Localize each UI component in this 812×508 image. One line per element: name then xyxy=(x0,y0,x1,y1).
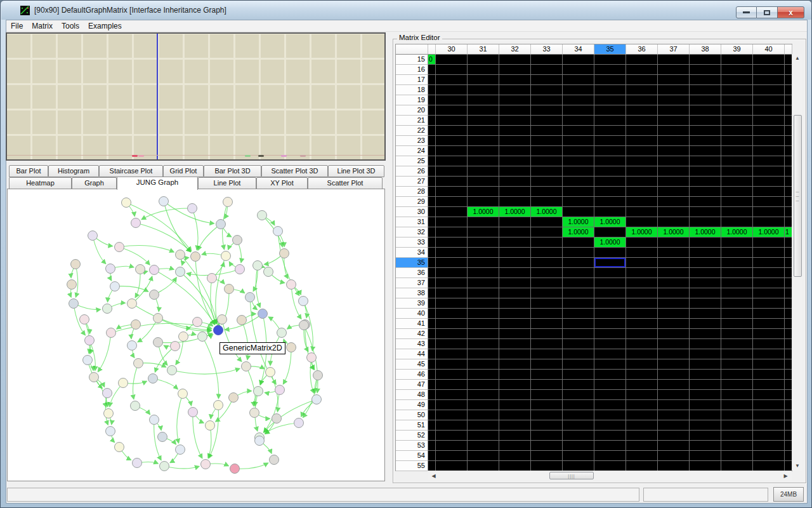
row-header-54[interactable]: 54 xyxy=(396,451,428,461)
matrix-cell[interactable] xyxy=(594,359,626,370)
tab-staircase-plot[interactable]: Staircase Plot xyxy=(99,165,163,177)
matrix-cell[interactable] xyxy=(721,187,753,197)
tab-jung-graph[interactable]: JUNG Graph xyxy=(117,177,198,190)
matrix-cell[interactable] xyxy=(690,248,721,258)
matrix-cell[interactable] xyxy=(468,237,499,248)
graph-node[interactable] xyxy=(188,408,198,417)
graph-node[interactable] xyxy=(128,299,137,309)
tab-bar-plot[interactable]: Bar Plot xyxy=(9,165,48,177)
matrix-cell[interactable] xyxy=(563,237,594,248)
graph-node[interactable] xyxy=(85,336,95,345)
matrix-cell[interactable] xyxy=(690,146,721,156)
matrix-cell-partial[interactable] xyxy=(428,136,436,146)
matrix-cell[interactable] xyxy=(531,116,563,126)
scroll-up-arrow[interactable]: ▲ xyxy=(792,56,802,61)
matrix-cell[interactable] xyxy=(658,166,690,177)
matrix-cell[interactable] xyxy=(594,319,626,329)
matrix-cell[interactable] xyxy=(436,370,468,380)
matrix-cell[interactable] xyxy=(626,278,658,288)
matrix-cell[interactable] xyxy=(626,298,658,309)
matrix-cell[interactable]: 1.0000 xyxy=(721,227,753,237)
matrix-cell[interactable] xyxy=(436,329,468,339)
matrix-cell[interactable] xyxy=(531,227,563,237)
graph-node[interactable] xyxy=(287,280,296,290)
graph-node[interactable] xyxy=(159,197,169,206)
graph-node[interactable] xyxy=(67,280,77,290)
matrix-cell[interactable] xyxy=(499,116,531,126)
tab-histogram[interactable]: Histogram xyxy=(48,165,99,177)
matrix-cell[interactable] xyxy=(563,319,594,329)
graph-node[interactable] xyxy=(198,332,207,342)
matrix-cell[interactable] xyxy=(531,380,563,390)
matrix-cell[interactable] xyxy=(594,146,626,156)
matrix-cell[interactable] xyxy=(468,268,499,278)
matrix-cell[interactable] xyxy=(436,298,468,309)
matrix-cell[interactable] xyxy=(531,217,563,227)
matrix-cell[interactable] xyxy=(531,370,563,380)
matrix-cell[interactable] xyxy=(531,400,563,410)
row-header-43[interactable]: 43 xyxy=(396,339,428,349)
matrix-cell[interactable] xyxy=(626,156,658,166)
matrix-cell[interactable] xyxy=(468,431,499,441)
matrix-cell[interactable] xyxy=(531,65,563,75)
matrix-cell[interactable]: 1.0000 xyxy=(626,227,658,237)
matrix-cell[interactable]: 1.0000 xyxy=(753,227,785,237)
matrix-cell[interactable] xyxy=(658,146,690,156)
graph-node[interactable] xyxy=(69,299,79,309)
matrix-cell[interactable] xyxy=(499,146,531,156)
graph-node[interactable] xyxy=(277,328,287,338)
graph-node[interactable] xyxy=(131,218,141,228)
matrix-cell[interactable] xyxy=(626,166,658,177)
menu-item-examples[interactable]: Examples xyxy=(84,20,126,30)
matrix-cell[interactable] xyxy=(658,359,690,370)
matrix-cell[interactable] xyxy=(721,339,753,349)
graph-node[interactable] xyxy=(154,338,163,347)
matrix-cell[interactable] xyxy=(690,451,721,461)
row-header-24[interactable]: 24 xyxy=(396,146,428,156)
matrix-cell[interactable] xyxy=(753,309,785,319)
matrix-cell[interactable] xyxy=(468,319,499,329)
matrix-cell[interactable] xyxy=(721,410,753,420)
matrix-cell[interactable] xyxy=(721,390,753,400)
matrix-cell[interactable] xyxy=(626,380,658,390)
matrix-cell[interactable] xyxy=(499,65,531,75)
graph-node[interactable] xyxy=(106,427,115,436)
graph-node[interactable] xyxy=(83,356,93,365)
matrix-cell[interactable] xyxy=(753,75,785,85)
matrix-cell[interactable] xyxy=(468,441,499,451)
row-header-19[interactable]: 19 xyxy=(396,95,428,105)
matrix-cell[interactable] xyxy=(436,136,468,146)
matrix-cell[interactable] xyxy=(468,420,499,431)
matrix-cell[interactable] xyxy=(563,187,594,197)
matrix-cell[interactable] xyxy=(753,187,785,197)
matrix-cell[interactable] xyxy=(594,268,626,278)
matrix-cell[interactable] xyxy=(721,65,753,75)
row-header-39[interactable]: 39 xyxy=(396,298,428,309)
matrix-cell[interactable]: 1.0000 xyxy=(563,217,594,227)
matrix-cell[interactable] xyxy=(658,349,690,359)
matrix-cell[interactable] xyxy=(721,95,753,105)
matrix-cell[interactable] xyxy=(721,370,753,380)
graph-node[interactable] xyxy=(229,393,239,403)
graph-node[interactable] xyxy=(134,359,143,368)
matrix-cell[interactable] xyxy=(563,349,594,359)
matrix-cell[interactable] xyxy=(658,380,690,390)
matrix-cell[interactable] xyxy=(626,288,658,298)
column-header-35[interactable]: 35 xyxy=(594,44,626,55)
matrix-cell-partial[interactable] xyxy=(428,359,436,370)
matrix-cell[interactable] xyxy=(499,380,531,390)
matrix-cell[interactable] xyxy=(468,298,499,309)
matrix-cell[interactable] xyxy=(468,339,499,349)
matrix-cell-partial[interactable] xyxy=(428,400,436,410)
matrix-cell[interactable] xyxy=(626,237,658,248)
row-header-49[interactable]: 49 xyxy=(396,400,428,410)
matrix-cell[interactable] xyxy=(658,319,690,329)
matrix-cell[interactable] xyxy=(658,248,690,258)
matrix-cell[interactable] xyxy=(753,105,785,116)
matrix-cell[interactable] xyxy=(594,248,626,258)
matrix-cell[interactable] xyxy=(468,227,499,237)
matrix-cell[interactable] xyxy=(468,258,499,268)
graph-node[interactable] xyxy=(136,265,145,274)
matrix-cell[interactable] xyxy=(690,410,721,420)
matrix-cell[interactable] xyxy=(721,248,753,258)
